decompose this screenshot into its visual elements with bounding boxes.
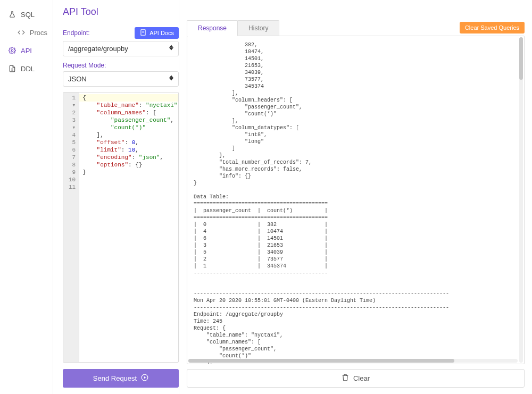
tab-history[interactable]: History — [237, 20, 279, 36]
endpoint-label: Endpoint: — [63, 29, 90, 37]
sidebar-item-api[interactable]: API — [0, 41, 53, 60]
code-icon — [17, 28, 26, 37]
flask-icon — [8, 10, 16, 19]
sidebar-item-label: DDL — [21, 65, 35, 73]
request-mode-label: Request Mode: — [63, 62, 106, 69]
tab-response[interactable]: Response — [187, 20, 238, 36]
sidebar-item-label: API — [21, 47, 32, 55]
trash-icon — [342, 374, 349, 383]
sidebar-item-sql[interactable]: SQL — [0, 5, 53, 23]
request-mode-select[interactable]: JSON — [63, 71, 179, 87]
send-request-button[interactable]: Send Request — [63, 369, 179, 388]
play-icon — [141, 374, 148, 383]
sidebar-item-label: Procs — [30, 29, 47, 37]
doc-icon — [139, 29, 147, 37]
gear-icon — [8, 46, 16, 55]
api-docs-button[interactable]: API Docs — [135, 27, 179, 39]
endpoint-select[interactable]: /aggregate/groupby — [63, 41, 179, 56]
request-editor[interactable]: 1 ▾2 3 ▾4 5 6 7 8 9 10 11 { "table_name"… — [63, 92, 179, 363]
sidebar-item-procs[interactable]: Procs — [0, 23, 53, 41]
document-icon — [8, 64, 16, 73]
clear-button[interactable]: Clear — [187, 369, 525, 388]
sidebar: SQL Procs API DDL — [0, 0, 53, 394]
horizontal-scrollbar[interactable] — [188, 359, 518, 363]
sidebar-item-ddl[interactable]: DDL — [0, 60, 53, 78]
editor-body[interactable]: { "table_name": "nyctaxi", "column_names… — [79, 93, 179, 362]
page-title: API Tool — [63, 6, 179, 18]
sidebar-item-label: SQL — [21, 11, 35, 19]
response-output[interactable]: 382, 10474, 14501, 21653, 34039, 73577, … — [187, 36, 525, 364]
editor-gutter: 1 ▾2 3 ▾4 5 6 7 8 9 10 11 — [63, 93, 79, 362]
svg-point-0 — [11, 49, 13, 52]
main-content: API Tool Endpoint: API Docs /aggregate/g… — [53, 0, 532, 394]
clear-saved-queries-button[interactable]: Clear Saved Queries — [460, 22, 525, 33]
tabs: Response History — [187, 20, 279, 36]
request-panel: API Tool Endpoint: API Docs /aggregate/g… — [53, 0, 179, 394]
response-panel: Response History Clear Saved Queries 382… — [179, 20, 532, 394]
